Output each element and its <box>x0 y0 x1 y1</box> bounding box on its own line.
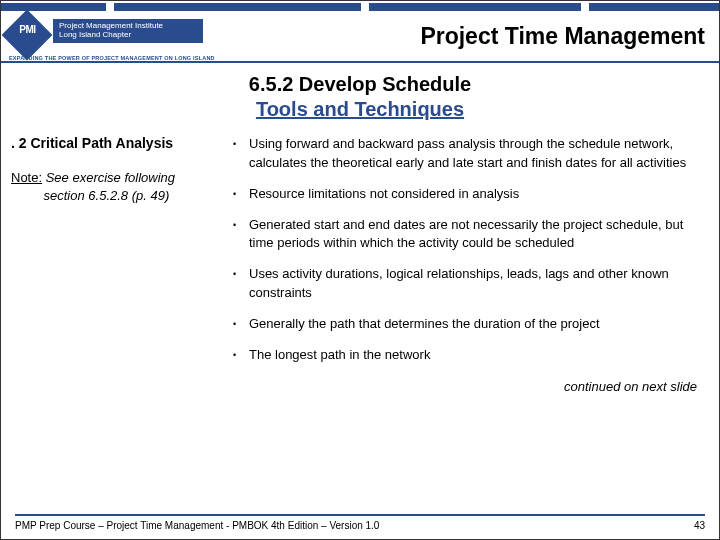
continued-label: continued on next slide <box>1 379 719 394</box>
pmi-logo: PMI Project Management Institute Long Is… <box>9 15 244 55</box>
footer: PMP Prep Course – Project Time Managemen… <box>1 514 719 531</box>
logo-abbr: PMI <box>19 24 35 35</box>
logo-tagline: EXPANDING THE POWER OF PROJECT MANAGEMEN… <box>9 55 215 61</box>
logo-text: Project Management Institute Long Island… <box>53 19 203 43</box>
slide: PMI Project Management Institute Long Is… <box>0 0 720 540</box>
topic-heading: . 2 Critical Path Analysis <box>11 135 221 151</box>
bullet-item: Generated start and end dates are not ne… <box>231 216 701 254</box>
bullet-item: Resource limitations not considered in a… <box>231 185 701 204</box>
header: PMI Project Management Institute Long Is… <box>1 1 719 63</box>
bullet-item: Using forward and backward pass analysis… <box>231 135 701 173</box>
bullet-item: Generally the path that determines the d… <box>231 315 701 334</box>
left-column: . 2 Critical Path Analysis Note: See exe… <box>11 135 231 377</box>
page-title: Project Time Management <box>420 23 705 50</box>
bullet-item: Uses activity durations, logical relatio… <box>231 265 701 303</box>
subtitle-line1: 6.5.2 Develop Schedule <box>1 73 719 96</box>
footer-line: PMP Prep Course – Project Time Managemen… <box>15 514 705 531</box>
note-body1: See exercise following <box>46 170 175 185</box>
subtitle-line2: Tools and Techniques <box>1 98 719 121</box>
note-body2: section 6.5.2.8 (p. 49) <box>44 188 170 203</box>
note: Note: See exercise following section 6.5… <box>11 169 221 204</box>
bullet-list: Using forward and backward pass analysis… <box>231 135 701 365</box>
bullet-item: The longest path in the network <box>231 346 701 365</box>
footer-left: PMP Prep Course – Project Time Managemen… <box>15 520 379 531</box>
top-stripe <box>1 3 719 11</box>
logo-diamond-icon: PMI <box>2 10 53 61</box>
content: . 2 Critical Path Analysis Note: See exe… <box>1 121 719 377</box>
note-label: Note: <box>11 170 42 185</box>
logo-line2: Long Island Chapter <box>59 30 131 39</box>
logo-line1: Project Management Institute <box>59 21 163 30</box>
page-number: 43 <box>694 520 705 531</box>
right-column: Using forward and backward pass analysis… <box>231 135 701 377</box>
